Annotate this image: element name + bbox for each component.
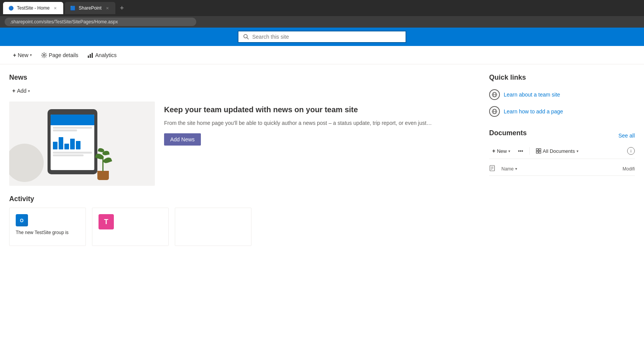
docs-info-button[interactable]: i [627, 147, 635, 155]
documents-table-header: Name ▾ Modifi [489, 162, 635, 176]
analytics-button[interactable]: Analytics [84, 50, 120, 61]
tab-label-sharepoint: SharePoint [79, 5, 101, 11]
file-type-col-header [489, 165, 498, 172]
globe-icon-1 [489, 89, 500, 100]
svg-text:O: O [20, 218, 23, 223]
documents-toolbar: + New ▾ ••• [489, 146, 635, 159]
svg-rect-14 [536, 149, 538, 151]
activity-section-title: Activity [9, 195, 477, 203]
news-section: News + Add ▾ [9, 74, 477, 186]
circle-bg [9, 144, 44, 182]
docs-new-button[interactable]: + New ▾ [489, 146, 513, 156]
docs-more-button[interactable]: ••• [515, 147, 526, 156]
analytics-label: Analytics [95, 52, 117, 58]
tab-close-testsite[interactable]: ✕ [53, 5, 58, 11]
news-illustration [9, 102, 155, 186]
gear-icon [41, 52, 47, 58]
docs-plus-icon: + [492, 148, 495, 154]
search-icon [243, 34, 249, 40]
svg-rect-4 [90, 54, 91, 58]
add-label: Add [17, 88, 26, 94]
chart-bar4 [70, 139, 75, 149]
tab-label-testsite: TestSite - Home [17, 5, 49, 11]
quick-links-section: Quick links Learn about a team site [489, 74, 635, 120]
docs-new-chevron: ▾ [508, 149, 510, 153]
screen-line4 [53, 154, 84, 156]
news-section-title: News [9, 74, 477, 82]
tablet-screen [51, 115, 94, 170]
activity-card-1[interactable]: O The new TestSite group is [9, 208, 86, 246]
activity-card-1-text: The new TestSite group is [16, 229, 79, 236]
add-chevron-icon: ▾ [28, 89, 30, 93]
search-container [238, 31, 406, 43]
docs-view-button[interactable]: All Documents ▾ [533, 147, 582, 156]
docs-toolbar-separator [529, 147, 530, 155]
svg-rect-17 [539, 151, 541, 153]
name-col-header: Name ▾ [501, 166, 601, 172]
sp-header [0, 28, 644, 46]
page-details-button[interactable]: Page details [37, 50, 82, 61]
tab-favicon-testsite: 🔵 [8, 6, 14, 11]
tab-sharepoint[interactable]: 🟦 SharePoint ✕ [65, 2, 115, 14]
view-icon [536, 148, 541, 154]
quick-link-2[interactable]: Learn how to add a page [489, 103, 635, 120]
address-input[interactable] [5, 18, 196, 26]
screen-line1 [53, 127, 92, 129]
modified-col-header: Modifi [604, 166, 635, 172]
page-details-label: Page details [49, 52, 78, 58]
svg-line-1 [247, 38, 248, 39]
svg-point-2 [43, 54, 45, 56]
docs-new-label: New [497, 148, 507, 154]
news-card-title: Keep your team updated with news on your… [164, 105, 477, 115]
activity-card-3[interactable] [175, 208, 251, 246]
activity-section: Activity O The new TestSite group is [9, 195, 477, 246]
main-content: News + Add ▾ [0, 64, 644, 246]
documents-title: Documents [489, 129, 527, 137]
globe-icon-2 [489, 106, 500, 117]
quick-link-1-label: Learn about a team site [504, 92, 560, 98]
screen-header [51, 115, 94, 125]
address-bar [0, 16, 644, 28]
tab-close-sharepoint[interactable]: ✕ [105, 5, 110, 11]
svg-rect-15 [539, 149, 541, 151]
documents-section: Documents See all + New ▾ ••• [489, 129, 635, 176]
svg-rect-16 [536, 151, 538, 153]
news-card: Keep your team updated with news on your… [9, 102, 477, 186]
news-card-body: From the site home page you'll be able t… [164, 119, 477, 127]
see-all-link[interactable]: See all [618, 133, 635, 139]
new-tab-button[interactable]: + [117, 3, 127, 14]
plus-icon: + [13, 52, 16, 58]
file-header-icon [489, 165, 495, 171]
new-button-label: New [18, 52, 28, 58]
t-icon: T [99, 214, 114, 229]
new-chevron-icon: ▾ [30, 53, 32, 57]
quick-links-title: Quick links [489, 74, 635, 82]
quick-link-1[interactable]: Learn about a team site [489, 86, 635, 103]
add-plus-icon: + [12, 88, 15, 94]
docs-more-icon: ••• [518, 148, 523, 154]
outlook-icon: O [16, 214, 28, 226]
screen-line2 [53, 129, 77, 131]
svg-rect-5 [92, 53, 93, 58]
documents-header: Documents See all [489, 129, 635, 142]
search-box[interactable] [238, 31, 406, 43]
chart-bar1 [53, 142, 58, 149]
page-toolbar: + New ▾ Page details Analytics [0, 46, 644, 64]
new-button[interactable]: + New ▾ [9, 50, 36, 61]
svg-rect-3 [88, 56, 89, 58]
analytics-icon [87, 52, 94, 58]
name-sort-icon[interactable]: ▾ [515, 167, 517, 171]
tab-testsite[interactable]: 🔵 TestSite - Home ✕ [3, 2, 63, 14]
quick-link-2-label: Learn how to add a page [504, 108, 563, 115]
add-news-dropdown-button[interactable]: + Add ▾ [9, 86, 33, 95]
left-column: News + Add ▾ [9, 74, 477, 246]
activity-cards-container: O The new TestSite group is T [9, 208, 477, 246]
right-column: Quick links Learn about a team site [489, 74, 635, 246]
screen-line3 [53, 152, 92, 154]
add-news-button[interactable]: Add News [164, 133, 201, 146]
plant-pot [97, 171, 109, 180]
chart-bar3 [64, 144, 69, 149]
news-content: Keep your team updated with news on your… [164, 102, 477, 186]
activity-card-2[interactable]: T [92, 208, 169, 246]
search-input[interactable] [252, 34, 401, 40]
